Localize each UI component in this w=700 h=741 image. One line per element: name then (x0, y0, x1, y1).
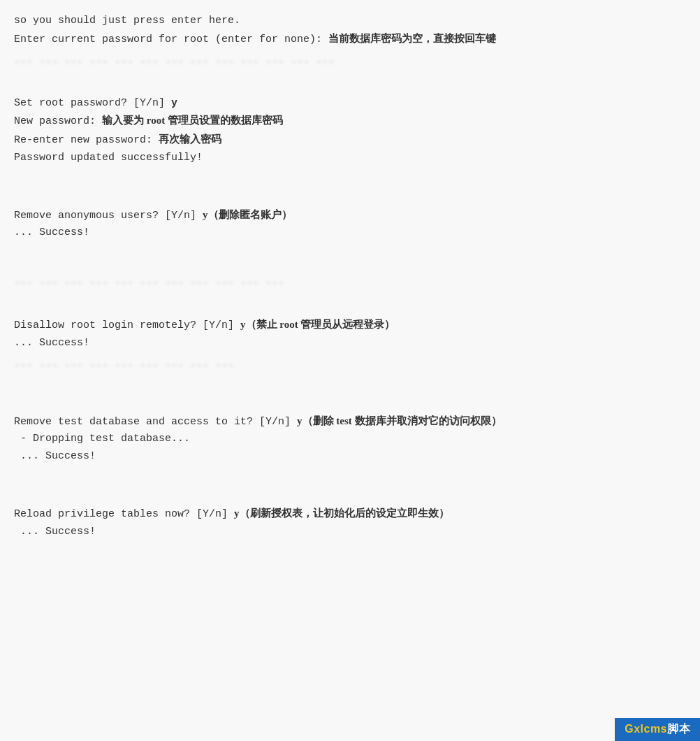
line-dropping-test: - Dropping test database... (14, 431, 686, 448)
blurred-divider-3: --- --- --- --- --- --- --- --- --- (14, 358, 686, 379)
line-enter-hint: so you should just press enter here. (14, 13, 686, 30)
line-new-password: New password: 输入要为 root 管理员设置的数据库密码 (14, 112, 686, 131)
watermark-badge: Gxlcms脚本 (615, 718, 700, 741)
line-reload-privileges: Reload privilege tables now? [Y/n] y（刷新授… (14, 505, 686, 524)
test-db-section: Remove test database and access to it? [… (14, 407, 686, 471)
terminal-window: so you should just press enter here. Ent… (0, 0, 700, 741)
line-anonymous-success: ... Success! (14, 224, 686, 242)
anonymous-section: Remove anonymous users? [Y/n] y（删除匿名账户） … (14, 201, 686, 248)
line-reload-success: ... Success! (14, 524, 686, 541)
line-test-success: ... Success! (14, 448, 686, 466)
line-remote-success: ... Success! (14, 335, 686, 352)
line-set-root-password: Set root password? [Y/n] y (14, 95, 686, 113)
line-remove-test-db: Remove test database and access to it? [… (14, 412, 686, 431)
line-current-password: Enter current password for root (enter f… (14, 30, 686, 49)
line-remove-anonymous: Remove anonymous users? [Y/n] y（删除匿名账户） (14, 206, 686, 225)
watermark-suffix: 脚本 (667, 723, 690, 735)
line-disallow-remote: Disallow root login remotely? [Y/n] y（禁止… (14, 316, 686, 335)
line-reenter-password: Re-enter new password: 再次输入密码 (14, 131, 686, 150)
reload-section: Reload privilege tables now? [Y/n] y（刷新授… (14, 499, 686, 547)
blurred-divider-1: --- --- --- --- --- --- --- --- --- --- … (14, 55, 686, 75)
blurred-divider-2: --- --- --- --- --- --- --- --- --- --- … (14, 275, 686, 296)
remote-login-section: Disallow root login remotely? [Y/n] y（禁止… (14, 310, 686, 358)
top-section: so you should just press enter here. Ent… (14, 7, 686, 55)
watermark-prefix: Gxlcms (625, 723, 667, 735)
password-section: Set root password? [Y/n] y New password:… (14, 89, 686, 173)
line-password-updated: Password updated successfully! (14, 150, 686, 167)
